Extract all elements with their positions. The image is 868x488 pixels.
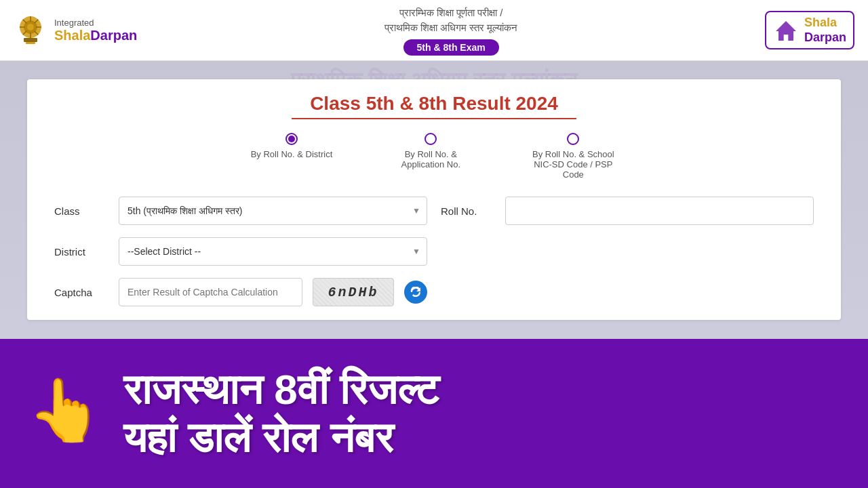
title-underline [292,118,576,119]
refresh-icon [410,287,421,298]
logo-text: Integrated ShalaDarpan [54,18,137,43]
main-card: Class 5th & 8th Result 2024 By Roll No. … [27,79,841,320]
radio-circle-1 [285,133,298,145]
header-hindi-line1: प्रारम्भिक शिक्षा पूर्णता परीक्षा / [151,5,751,21]
roll-row: Roll No. [441,197,814,225]
right-logo-text: Shala Darpan [804,16,846,45]
captcha-input[interactable] [119,278,302,306]
radio-circle-2 [425,133,437,145]
district-select-wrapper: --Select District -- Ajmer Alwar Banswar… [119,237,427,266]
form-right: Roll No. [441,197,814,306]
radio-by-roll-application[interactable]: By Roll No. & Application No. [387,133,475,180]
radio-label-3: By Roll No. & School NIC-SD Code / PSP C… [529,149,617,180]
district-row: District --Select District -- Ajmer Alwa… [54,237,427,266]
district-select[interactable]: --Select District -- Ajmer Alwar Banswar… [119,237,427,266]
district-label: District [54,246,108,258]
page-title: Class 5th & 8th Result 2024 [47,93,821,115]
logo-darpan: Darpan [90,28,137,43]
right-logo-box: Shala Darpan [765,11,854,49]
svg-rect-14 [783,35,789,41]
captcha-image: 6nDHb [313,278,394,306]
header-hindi-line2: प्राथमिक शिक्षा अधिगम स्तर मूल्यांकन [151,20,751,36]
page-wrapper: Integrated ShalaDarpan प्रारम्भिक शिक्षा… [0,0,868,488]
roll-label: Roll No. [441,205,495,217]
banner-line2: यहां डालें रोल नंबर [123,413,439,462]
captcha-row: Captcha 6nDHb [54,278,427,306]
class-select[interactable]: 5th (प्राथमिक शिक्षा अधिगम स्तर) 8th (प्… [119,197,427,225]
radio-label-2: By Roll No. & Application No. [387,149,475,169]
banner: 👆 राजस्थान 8वीं रिजल्ट यहां डालें रोल नं… [0,339,868,488]
captcha-text: 6nDHb [328,285,378,300]
logo-shala: Shala [54,28,90,43]
class-label: Class [54,205,108,217]
radio-tabs: By Roll No. & District By Roll No. & App… [47,133,821,180]
class-row: Class 5th (प्राथमिक शिक्षा अधिगम स्तर) 8… [54,197,427,225]
house-icon [773,18,799,43]
content-section: प्राथमिक शिक्षा अधिगम स्तर मूल्यांकन Cla… [0,61,868,488]
header: Integrated ShalaDarpan प्रारम्भिक शिक्षा… [0,0,868,61]
roll-input[interactable] [505,197,814,225]
banner-emoji: 👆 [27,380,103,441]
form-grid: Class 5th (प्राथमिक शिक्षा अधिगम स्तर) 8… [47,197,821,306]
class-select-wrapper: 5th (प्राथमिक शिक्षा अधिगम स्तर) 8th (प्… [119,197,427,225]
right-shala: Shala [804,16,837,29]
banner-text: राजस्थान 8वीं रिजल्ट यहां डालें रोल नंबर [123,365,439,462]
radio-by-roll-district[interactable]: By Roll No. & District [251,133,333,180]
form-left: Class 5th (प्राथमिक शिक्षा अधिगम स्तर) 8… [54,197,427,306]
radio-circle-3 [567,133,579,145]
exam-badge: 5th & 8th Exam [403,39,499,56]
banner-line1: राजस्थान 8वीं रिजल्ट [123,365,439,413]
ashoka-icon [14,14,47,47]
captcha-label: Captcha [54,287,108,298]
logo-left: Integrated ShalaDarpan [14,14,137,47]
logo-right: Shala Darpan [765,11,854,49]
radio-label-1: By Roll No. & District [251,149,333,159]
header-center: प्रारम्भिक शिक्षा पूर्णता परीक्षा / प्रा… [137,5,765,56]
svg-rect-11 [24,38,37,42]
svg-rect-12 [26,42,35,44]
right-darpan: Darpan [804,30,846,44]
captcha-refresh-button[interactable] [404,281,427,304]
radio-by-roll-school[interactable]: By Roll No. & School NIC-SD Code / PSP C… [529,133,617,180]
svg-point-2 [27,24,34,30]
